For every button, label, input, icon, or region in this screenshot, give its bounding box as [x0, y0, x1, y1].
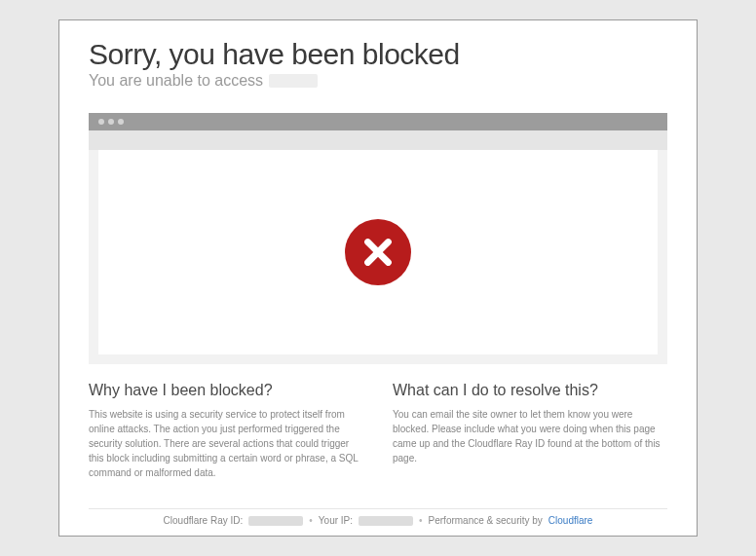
browser-toolbar — [89, 130, 667, 150]
info-columns: Why have I been blocked? This website is… — [89, 382, 667, 499]
subtitle: You are unable to access — [89, 72, 667, 90]
window-dot-icon — [108, 119, 114, 125]
subtitle-prefix: You are unable to access — [89, 72, 263, 90]
x-circle-icon — [345, 219, 411, 285]
footer: Cloudflare Ray ID: • Your IP: • Performa… — [89, 508, 667, 526]
resolve-heading: What can I do to resolve this? — [393, 382, 667, 399]
separator-icon: • — [419, 515, 423, 526]
perf-label: Performance & security by — [429, 515, 543, 526]
resolve-column: What can I do to resolve this? You can e… — [393, 382, 667, 499]
window-dot-icon — [98, 119, 104, 125]
redacted-ip — [359, 516, 413, 526]
why-blocked-text: This website is using a security service… — [89, 407, 363, 480]
window-dot-icon — [118, 119, 124, 125]
header: Sorry, you have been blocked You are una… — [89, 38, 667, 90]
cloudflare-link[interactable]: Cloudflare — [548, 515, 593, 526]
why-blocked-column: Why have I been blocked? This website is… — [89, 382, 363, 499]
resolve-text: You can email the site owner to let them… — [393, 407, 667, 465]
redacted-ray-id — [248, 516, 303, 526]
page-title: Sorry, you have been blocked — [89, 38, 667, 70]
why-blocked-heading: Why have I been blocked? — [89, 382, 363, 399]
browser-body — [89, 150, 667, 364]
your-ip-label: Your IP: — [319, 515, 353, 526]
browser-mock — [89, 113, 667, 364]
separator-icon: • — [309, 515, 313, 526]
redacted-domain — [269, 74, 318, 88]
blocked-page-container: Sorry, you have been blocked You are una… — [58, 19, 698, 537]
browser-titlebar — [89, 113, 667, 130]
ray-id-label: Cloudflare Ray ID: — [164, 515, 244, 526]
